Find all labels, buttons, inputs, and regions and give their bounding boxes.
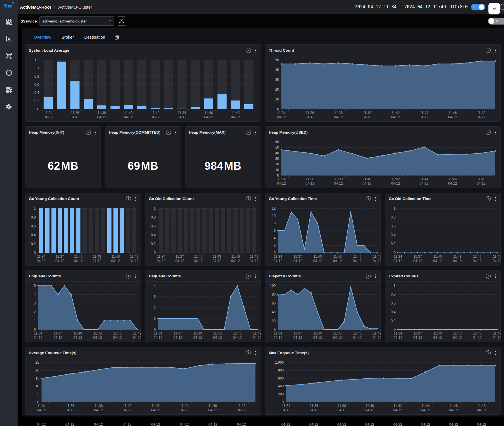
tab-destination[interactable]: Destination: [84, 35, 105, 40]
panel-menu-icon[interactable]: ⋮: [253, 274, 258, 278]
panel-info-icon[interactable]: i: [166, 130, 171, 135]
svg-text:11:48: 11:48: [477, 177, 485, 181]
heap-memory-init-panel: Heap Memory(INIT)i⋮62MB: [25, 126, 101, 188]
svg-text:04-12: 04-12: [453, 259, 462, 263]
heap-memory-used-panel: Heap Memory(USED)i⋮010203040506011:3404-…: [265, 126, 501, 188]
collapse-header-button[interactable]: [488, 3, 500, 14]
max-enqueue-time-body: 02004006008001,00011:3404-1211:3604-1211…: [265, 358, 501, 415]
skywalking-logo[interactable]: Sw: [0, 0, 18, 11]
panel-menu-icon[interactable]: ⋮: [253, 351, 258, 355]
svg-text:04-12: 04-12: [313, 336, 322, 340]
breadcrumb-root[interactable]: ActiveMQ-Root: [20, 5, 51, 10]
panel-info-icon[interactable]: i: [366, 196, 371, 201]
panel-title: Expired Count/s: [389, 274, 486, 278]
panel-info-icon[interactable]: i: [486, 274, 491, 279]
panel-info-icon[interactable]: i: [486, 48, 491, 53]
panel-info-icon[interactable]: i: [486, 350, 491, 355]
breadcrumb-current[interactable]: ActiveMQ-Cluster: [58, 5, 92, 10]
svg-text:50: 50: [275, 145, 279, 150]
svg-text:0: 0: [274, 328, 276, 332]
service-topology-button[interactable]: [117, 16, 126, 26]
panel-menu-icon[interactable]: ⋮: [253, 130, 258, 134]
panel-info-icon[interactable]: i: [486, 196, 491, 201]
svg-text:04-12: 04-12: [37, 408, 46, 412]
info-icon[interactable]: i: [500, 4, 504, 10]
panel-menu-icon[interactable]: ⋮: [133, 274, 138, 278]
svg-text:04-12: 04-12: [113, 336, 122, 340]
panel-info-icon[interactable]: i: [246, 48, 251, 53]
system-load-average-chart: 00.20.40.60.811.211:3404-1211:3604-1211:…: [25, 56, 261, 122]
enqueue-count-body: 01234511:3404-1211:3704-1211:4004-1211:4…: [25, 282, 141, 342]
panel-info-icon[interactable]: i: [126, 274, 131, 279]
svg-text:04-12: 04-12: [420, 182, 428, 186]
time-range[interactable]: 2024-04-12 11:34 ~ 2024-04-12 11:49: [355, 4, 446, 10]
alarm-icon[interactable]: [5, 69, 13, 76]
panel-menu-icon[interactable]: ⋮: [493, 351, 498, 355]
panel-info-icon[interactable]: i: [126, 196, 131, 201]
svg-text:04-12: 04-12: [178, 115, 187, 119]
svg-text:11:40: 11:40: [363, 111, 371, 115]
panel-title: Heap Memory(MAX): [189, 130, 246, 134]
panel-menu-icon[interactable]: ⋮: [493, 48, 498, 53]
svg-text:11:40: 11:40: [433, 255, 442, 259]
dashboards-icon[interactable]: [5, 18, 13, 25]
svg-text:04-12: 04-12: [448, 182, 457, 186]
svg-text:04-12: 04-12: [391, 115, 400, 119]
panel-menu-icon[interactable]: ⋮: [93, 130, 98, 134]
topology-icon[interactable]: [5, 52, 13, 59]
panel-menu-icon[interactable]: ⋮: [253, 48, 258, 53]
dashboard-tabs: Overview Broker Destination: [25, 30, 501, 44]
dispatch-count-chart: 02040608010011:3404-1211:3704-1211:4004-…: [265, 282, 381, 342]
settings-gear-icon[interactable]: [5, 103, 13, 111]
panel-menu-icon[interactable]: ⋮: [133, 197, 138, 201]
svg-text:04-12: 04-12: [274, 336, 283, 340]
thread-count-chart: 0102030405011:3404-1211:3604-1211:3804-1…: [265, 56, 501, 122]
gc-young-collection-count-body: 00.20.40.60.8111:3404-1211:3704-1211:400…: [25, 204, 141, 266]
panel-menu-icon[interactable]: ⋮: [493, 197, 498, 201]
dark-mode-toggle[interactable]: ☾: [471, 4, 485, 10]
svg-text:11:38: 11:38: [97, 111, 106, 115]
copy-tab-icon[interactable]: [114, 35, 119, 40]
panel-info-icon[interactable]: i: [246, 274, 251, 279]
panel-info-icon[interactable]: i: [246, 350, 251, 355]
bar-chart-icon[interactable]: [5, 35, 13, 42]
panel-menu-icon[interactable]: ⋮: [493, 274, 498, 278]
tab-broker[interactable]: Broker: [61, 35, 74, 40]
svg-text:400: 400: [278, 384, 284, 388]
panel-menu-icon[interactable]: ⋮: [373, 274, 378, 278]
panel-title: Gc Young Collection Time: [269, 197, 366, 201]
panel-menu-icon[interactable]: ⋮: [174, 130, 178, 134]
svg-text:1: 1: [154, 317, 156, 321]
panel-info-icon[interactable]: i: [246, 196, 251, 201]
svg-text:04-12: 04-12: [133, 336, 141, 340]
svg-text:10: 10: [272, 214, 276, 218]
panel-menu-icon[interactable]: ⋮: [493, 130, 498, 134]
svg-text:11:43: 11:43: [453, 255, 462, 259]
panel-menu-icon[interactable]: ⋮: [253, 197, 258, 201]
svg-text:11:46: 11:46: [111, 255, 120, 259]
svg-text:0.6: 0.6: [34, 83, 39, 87]
gc-young-collection-count-chart: 00.20.40.60.8111:3404-1211:3704-1211:400…: [25, 204, 141, 266]
dequeue-count-body: 0123411:3404-1211:3704-1211:4004-1211:43…: [145, 282, 261, 342]
service-select-value: activemq::activemq-cluster: [42, 19, 108, 23]
panel-info-icon[interactable]: i: [486, 130, 491, 135]
panel-info-icon[interactable]: i: [246, 130, 251, 135]
panel-info-icon[interactable]: i: [86, 130, 91, 135]
dequeue-count-chart: 0123411:3404-1211:3704-1211:4004-1211:43…: [145, 282, 261, 342]
new-dashboard-icon[interactable]: [5, 86, 13, 94]
panel-menu-icon[interactable]: ⋮: [373, 197, 378, 201]
gc-old-collection-time-chart: 00.20.40.60.8111:3404-1211:3704-1211:400…: [385, 204, 501, 266]
service-select[interactable]: activemq::activemq-cluster: [39, 16, 114, 26]
svg-text:0.2: 0.2: [34, 99, 39, 103]
tab-overview[interactable]: Overview: [34, 35, 51, 40]
svg-text:04-12: 04-12: [74, 259, 83, 263]
svg-text:11:36: 11:36: [310, 404, 318, 408]
svg-text:04-12: 04-12: [175, 259, 184, 263]
svg-text:04-12: 04-12: [73, 336, 82, 340]
svg-text:11:49: 11:49: [493, 331, 501, 335]
svg-text:5: 5: [34, 284, 36, 288]
view-mode-toggle[interactable]: V: [488, 18, 504, 25]
svg-text:4: 4: [274, 236, 276, 240]
panel-info-icon[interactable]: i: [366, 274, 371, 279]
cutoff-date-label: 04-12: [393, 423, 402, 426]
